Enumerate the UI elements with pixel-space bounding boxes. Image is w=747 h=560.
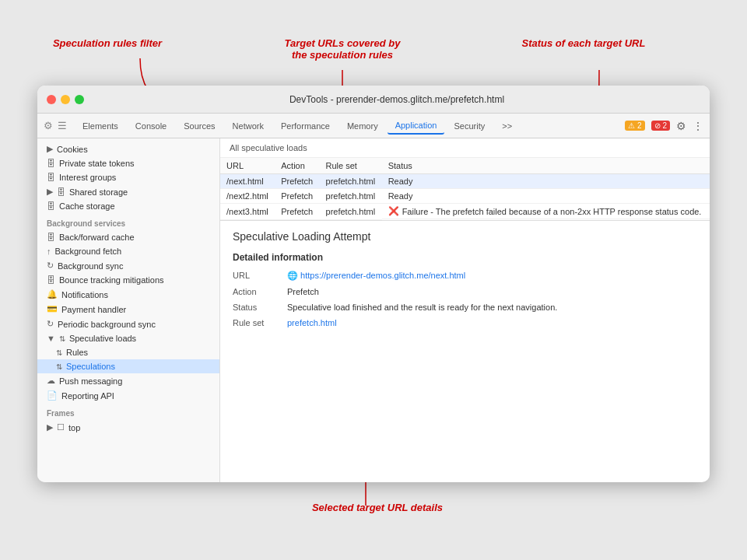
devtools-toolbar: ⚙ ☰ Elements Console Sources Network Per… xyxy=(37,114,710,138)
sidebar-item-label: Push messaging xyxy=(59,376,122,386)
frames-label: Frames xyxy=(37,403,219,420)
close-button[interactable] xyxy=(47,95,56,104)
sidebar-item-speculations[interactable]: ⇅ Speculations xyxy=(37,359,219,373)
sidebar-item-interest[interactable]: 🗄 Interest groups xyxy=(37,170,219,184)
cell-status: Ready xyxy=(382,174,710,189)
sidebar-item-push[interactable]: ☁ Push messaging xyxy=(37,373,219,388)
sidebar-item-shared-storage[interactable]: ▶ 🗄 Shared storage xyxy=(37,184,219,199)
doc-icon: 📄 xyxy=(47,390,58,401)
background-services-label: Background services xyxy=(37,213,219,230)
cell-status: ❌ Failure - The prefetch failed because … xyxy=(382,204,710,219)
tab-network[interactable]: Network xyxy=(225,118,272,134)
cell-action: Prefetch xyxy=(275,174,319,189)
cell-url: /next3.html xyxy=(220,204,275,220)
cell-ruleset: prefetch.html xyxy=(320,174,382,189)
tab-performance[interactable]: Performance xyxy=(273,118,338,134)
bell-icon: 🔔 xyxy=(47,289,58,299)
detail-label-ruleset: Rule set xyxy=(233,318,287,327)
cell-status: Ready xyxy=(382,189,710,204)
db-icon: 🗄 xyxy=(47,173,55,182)
table-row[interactable]: /next2.html Prefetch prefetch.html Ready xyxy=(220,189,710,204)
sidebar-item-notifications[interactable]: 🔔 Notifications xyxy=(37,287,219,302)
sidebar-item-label: Cache storage xyxy=(59,201,115,211)
cell-url: /next2.html xyxy=(220,189,275,204)
tab-memory[interactable]: Memory xyxy=(339,118,386,134)
detail-panel: Speculative Loading Attempt Detailed inf… xyxy=(220,220,710,483)
sidebar-item-bounce[interactable]: 🗄 Bounce tracking mitigations xyxy=(37,273,219,287)
col-ruleset: Rule set xyxy=(320,158,382,174)
tab-security[interactable]: Security xyxy=(446,118,493,134)
sidebar-item-label: Private state tokens xyxy=(59,159,135,168)
col-status: Status xyxy=(382,158,710,174)
cloud-icon: ☁ xyxy=(47,376,55,386)
table-row[interactable]: /next.html Prefetch prefetch.html Ready xyxy=(220,174,710,189)
annotation-speculation-filter: Speculation rules filter xyxy=(45,37,170,49)
cell-action: Prefetch xyxy=(275,189,319,204)
sidebar-item-bg-sync[interactable]: ↻ Background sync xyxy=(37,258,219,273)
db-icon: 🗄 xyxy=(47,233,55,242)
globe-icon: 🌐 xyxy=(287,271,298,280)
detail-subtitle: Detailed information xyxy=(233,252,697,263)
expand-icon: ▼ xyxy=(47,334,55,343)
sidebar-item-frames-top[interactable]: ▶ ☐ top xyxy=(37,420,219,435)
col-url: URL xyxy=(220,158,275,174)
speculative-loads-table: URL Action Rule set Status /next.html Pr… xyxy=(220,158,710,220)
tab-more[interactable]: >> xyxy=(494,118,520,134)
detail-row-ruleset: Rule set prefetch.html xyxy=(233,318,697,327)
detail-value-url: 🌐 https://prerender-demos.glitch.me/next… xyxy=(287,271,465,281)
sidebar-item-label: Background sync xyxy=(58,261,123,271)
url-link[interactable]: https://prerender-demos.glitch.me/next.h… xyxy=(300,271,465,280)
traffic-lights xyxy=(47,95,84,104)
sidebar-item-cookies[interactable]: ▶ Cookies xyxy=(37,142,219,156)
sidebar-item-payment[interactable]: 💳 Payment handler xyxy=(37,302,219,317)
main-content: ▶ Cookies 🗄 Private state tokens 🗄 Inter… xyxy=(37,138,710,482)
sidebar-item-periodic-sync[interactable]: ↻ Periodic background sync xyxy=(37,317,219,331)
expand-icon: ▶ xyxy=(47,144,53,154)
toolbar-icons: ⚠ 2 ⊘ 2 ⚙ ⋮ xyxy=(625,120,703,132)
warning-badge: ⚠ 2 xyxy=(625,121,644,131)
db-icon: 🗄 xyxy=(47,275,55,285)
db-icon: 🗄 xyxy=(57,187,65,197)
sidebar-item-cache-storage[interactable]: 🗄 Cache storage xyxy=(37,199,219,213)
sidebar-item-bf-cache[interactable]: 🗄 Back/forward cache xyxy=(37,230,219,244)
sync-icon: ↻ xyxy=(47,261,54,271)
sidebar-item-private-state[interactable]: 🗄 Private state tokens xyxy=(37,156,219,170)
expand-icon: ▶ xyxy=(47,187,53,197)
more-icon[interactable]: ⋮ xyxy=(693,120,703,132)
sidebar-item-label: Reporting API xyxy=(61,391,114,401)
expand-icon: ▶ xyxy=(47,422,53,432)
minimize-button[interactable] xyxy=(61,95,70,104)
tab-elements[interactable]: Elements xyxy=(75,118,126,134)
settings-icon[interactable]: ⚙ xyxy=(676,120,686,132)
detail-value-status: Speculative load finished and the result… xyxy=(287,303,557,312)
sidebar-item-speculative-loads[interactable]: ▼ ⇅ Speculative loads xyxy=(37,331,219,345)
title-bar: DevTools - prerender-demos.glitch.me/pre… xyxy=(37,86,710,114)
table-row[interactable]: /next3.html Prefetch prefetch.html ❌ Fai… xyxy=(220,204,710,220)
tab-console[interactable]: Console xyxy=(128,118,174,134)
maximize-button[interactable] xyxy=(75,95,84,104)
detail-label-status: Status xyxy=(233,303,287,312)
right-panel: All speculative loads URL Action Rule se… xyxy=(220,138,710,482)
sidebar-item-label: Rules xyxy=(66,348,88,357)
sidebar-item-reporting[interactable]: 📄 Reporting API xyxy=(37,388,219,403)
cell-ruleset: prefetch.html xyxy=(320,204,382,220)
detail-value-action: Prefetch xyxy=(287,287,319,296)
ruleset-link[interactable]: prefetch.html xyxy=(287,318,337,327)
sidebar-item-label: Speculations xyxy=(66,362,115,371)
sidebar-item-label: Interest groups xyxy=(59,173,116,182)
fetch-icon: ↑ xyxy=(47,247,51,256)
sidebar-item-label: top xyxy=(68,423,80,432)
frame-icon: ☐ xyxy=(57,422,65,432)
sidebar-item-label: Notifications xyxy=(61,290,108,299)
devtools-icon: ⚙ xyxy=(44,120,53,131)
sidebar-item-rules[interactable]: ⇅ Rules xyxy=(37,345,219,359)
detail-label-url: URL xyxy=(233,271,287,280)
tab-sources[interactable]: Sources xyxy=(176,118,223,134)
sidebar-item-label: Payment handler xyxy=(61,305,126,314)
sidebar-item-bg-fetch[interactable]: ↑ Background fetch xyxy=(37,244,219,258)
cell-url: /next.html xyxy=(220,174,275,189)
tab-application[interactable]: Application xyxy=(388,117,445,135)
speculative-icon: ⇅ xyxy=(59,334,65,343)
window-title: DevTools - prerender-demos.glitch.me/pre… xyxy=(93,94,700,105)
sidebar-item-label: Speculative loads xyxy=(69,334,136,343)
